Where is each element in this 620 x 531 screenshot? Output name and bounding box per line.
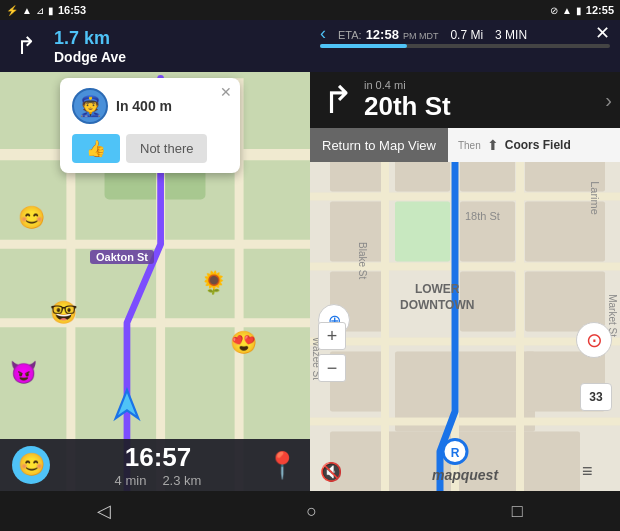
bottom-bar-right: 🔇 mapquest ≡ bbox=[310, 459, 620, 491]
then-label: Then bbox=[458, 140, 481, 151]
map-controls: + − bbox=[318, 322, 346, 382]
eta-distance: 2.3 km bbox=[162, 473, 201, 488]
police-icon: 👮 bbox=[72, 88, 108, 124]
blake-st-label: Blake St bbox=[357, 242, 368, 279]
chevron-right-icon: › bbox=[605, 89, 612, 112]
return-to-map-button[interactable]: Return to Map View bbox=[310, 128, 448, 162]
eta-info-group: ‹ ETA: 12:58 PM MDT 0.7 Mi 3 MIN bbox=[320, 23, 527, 44]
eta-dist: 0.7 Mi bbox=[450, 28, 483, 42]
home-button[interactable]: ○ bbox=[306, 501, 317, 522]
svg-rect-12 bbox=[460, 162, 515, 192]
current-time-display: 16:57 bbox=[125, 442, 192, 473]
right-panel: ‹ ETA: 12:58 PM MDT 0.7 Mi 3 MIN ✕ ↱ in … bbox=[310, 20, 620, 491]
eta-timezone: PM MDT bbox=[403, 31, 439, 41]
then-direction-icon: ⬆ bbox=[487, 137, 499, 153]
left-nav-bar: ↱ 1.7 km Dodge Ave bbox=[0, 20, 310, 72]
eta-time: 12:58 bbox=[366, 27, 399, 42]
in-dist: in 0.4 mi bbox=[364, 79, 451, 91]
wifi-icon: ⊿ bbox=[36, 5, 44, 16]
then-box: Then ⬆ Coors Field bbox=[448, 128, 620, 162]
svg-rect-10 bbox=[330, 162, 385, 192]
nav-street: Dodge Ave bbox=[54, 49, 126, 65]
dir-info: in 0.4 mi 20th St bbox=[364, 79, 451, 122]
map-user-3: 🌻 bbox=[200, 270, 227, 296]
street-label-oakton: Oakton St bbox=[90, 250, 154, 264]
return-then-row: Return to Map View Then ⬆ Coors Field bbox=[310, 128, 620, 162]
map-user-4: 😍 bbox=[230, 330, 257, 356]
status-bar-right: ⊘ ▲ ▮ 12:55 bbox=[310, 0, 620, 20]
mapquest-logo: mapquest bbox=[432, 467, 498, 483]
svg-text:R: R bbox=[451, 446, 460, 460]
right-eta-row: ‹ ETA: 12:58 PM MDT 0.7 Mi 3 MIN ✕ bbox=[310, 20, 620, 44]
eta-label: ETA: bbox=[338, 29, 362, 41]
back-nav-arrow[interactable]: ‹ bbox=[320, 23, 326, 44]
thumbsup-button[interactable]: 👍 bbox=[72, 134, 120, 163]
right-dir-banner: ↱ in 0.4 mi 20th St › bbox=[310, 72, 620, 128]
map-right: R A Larime 18th St LOWERDOWNTOWN Wazee S… bbox=[310, 162, 620, 491]
left-panel: ↱ 1.7 km Dodge Ave bbox=[0, 20, 310, 491]
left-time: 16:53 bbox=[58, 4, 86, 16]
battery2-icon: ▮ bbox=[576, 5, 582, 16]
bottom-bar-left: 😊 16:57 4 min 2.3 km 📍 bbox=[0, 439, 310, 491]
lower-downtown-label: LOWERDOWNTOWN bbox=[400, 282, 474, 313]
svg-rect-11 bbox=[395, 162, 450, 192]
eta-mins: 3 MIN bbox=[495, 28, 527, 42]
18th-st-label: 18th St bbox=[465, 210, 500, 222]
not-there-button[interactable]: Not there bbox=[126, 134, 207, 163]
larime-label: Larime bbox=[589, 181, 601, 215]
calendar-badge: 33 bbox=[580, 383, 612, 411]
waze-logo[interactable]: 😊 bbox=[12, 446, 50, 484]
menu-button[interactable]: □ bbox=[512, 501, 523, 522]
system-bar: ◁ ○ □ bbox=[0, 491, 620, 531]
signal2-icon: ▲ bbox=[562, 5, 572, 16]
alert-text: In 400 m bbox=[116, 98, 172, 114]
status-bar-left: ⚡ ▲ ⊿ ▮ 16:53 bbox=[0, 0, 310, 20]
eta-row: 4 min 2.3 km bbox=[115, 473, 202, 488]
alert-popup: ✕ 👮 In 400 m 👍 Not there bbox=[60, 78, 240, 173]
time-eta-container: 16:57 4 min 2.3 km bbox=[115, 442, 202, 488]
alert-buttons: 👍 Not there bbox=[72, 134, 228, 163]
alert-header: 👮 In 400 m bbox=[72, 88, 228, 124]
svg-rect-15 bbox=[395, 202, 450, 262]
battery-icon: ▮ bbox=[48, 5, 54, 16]
status-bar: ⚡ ▲ ⊿ ▮ 16:53 ⊘ ▲ ▮ 12:55 bbox=[0, 0, 620, 20]
right-time: 12:55 bbox=[586, 4, 614, 16]
compass-button[interactable]: ⊙ bbox=[576, 322, 612, 358]
progress-fill bbox=[320, 44, 407, 48]
zoom-out-button[interactable]: − bbox=[318, 354, 346, 382]
nav-distance: 1.7 km bbox=[54, 28, 126, 49]
location-pin-icon[interactable]: 📍 bbox=[266, 450, 298, 481]
then-street: Coors Field bbox=[505, 138, 571, 152]
bluetooth-icon: ⚡ bbox=[6, 5, 18, 16]
alert-close-button[interactable]: ✕ bbox=[220, 84, 232, 100]
direction-arrow-icon: ↱ bbox=[322, 78, 354, 122]
map-user-1: 😊 bbox=[18, 205, 45, 231]
mute-button[interactable]: 🔇 bbox=[320, 461, 348, 489]
back-button[interactable]: ◁ bbox=[97, 500, 111, 522]
progress-bar bbox=[320, 44, 610, 48]
signal-off-icon: ⊘ bbox=[550, 5, 558, 16]
right-top-bar: ‹ ETA: 12:58 PM MDT 0.7 Mi 3 MIN ✕ bbox=[310, 20, 620, 72]
map-user-5: 😈 bbox=[10, 360, 37, 386]
zoom-in-button[interactable]: + bbox=[318, 322, 346, 350]
dir-street: 20th St bbox=[364, 91, 451, 122]
signal-icon: ▲ bbox=[22, 5, 32, 16]
turn-arrow-left-icon: ↱ bbox=[16, 32, 36, 60]
map-user-2: 🤓 bbox=[50, 300, 77, 326]
eta-minutes: 4 min bbox=[115, 473, 147, 488]
main-content: ↱ 1.7 km Dodge Ave bbox=[0, 20, 620, 491]
layers-button[interactable]: ≡ bbox=[582, 461, 610, 489]
close-button[interactable]: ✕ bbox=[595, 22, 610, 44]
